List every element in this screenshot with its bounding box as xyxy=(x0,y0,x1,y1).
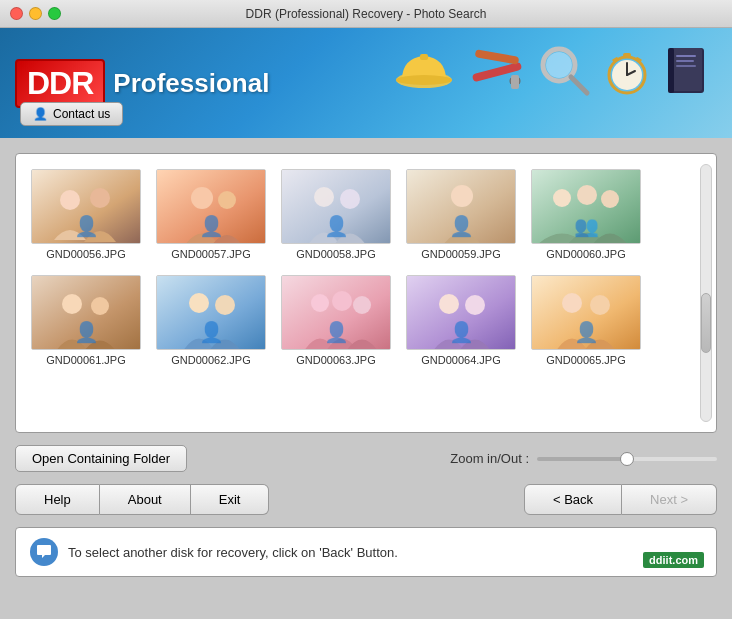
svg-rect-14 xyxy=(623,53,631,57)
zoom-label: Zoom in/Out : xyxy=(450,451,529,466)
svg-point-40 xyxy=(91,297,109,315)
photo-thumb-65[interactable] xyxy=(531,275,641,350)
minimize-button[interactable] xyxy=(29,7,42,20)
next-button[interactable]: Next > xyxy=(622,484,717,515)
svg-rect-4 xyxy=(475,49,520,65)
nav-button-group: < Back Next > xyxy=(524,484,717,515)
ddr-logo-text: DDR xyxy=(15,59,105,108)
svg-point-24 xyxy=(60,190,80,210)
photo-item-64[interactable]: GND00064.JPG xyxy=(406,275,516,366)
photo-label-63: GND00063.JPG xyxy=(296,354,375,366)
svg-rect-19 xyxy=(668,48,674,93)
svg-point-8 xyxy=(546,52,572,78)
svg-point-42 xyxy=(189,293,209,313)
svg-rect-26 xyxy=(157,170,266,244)
photo-row-2: GND00061.JPG GND00062.JPG xyxy=(31,275,701,366)
svg-point-46 xyxy=(332,291,352,311)
magnifier-icon xyxy=(537,43,592,98)
photo-thumb-60[interactable] xyxy=(531,169,641,244)
app-header: DDR Professional 👤 Contact us xyxy=(0,28,732,138)
photo-item-62[interactable]: GND00062.JPG xyxy=(156,275,266,366)
photo-thumb-61[interactable] xyxy=(31,275,141,350)
svg-point-36 xyxy=(577,185,597,205)
svg-rect-44 xyxy=(282,276,391,350)
window-title: DDR (Professional) Recovery - Photo Sear… xyxy=(246,7,487,21)
maximize-button[interactable] xyxy=(48,7,61,20)
zoom-slider[interactable] xyxy=(537,457,717,461)
photo-item-63[interactable]: GND00063.JPG xyxy=(281,275,391,366)
photo-label-60: GND00060.JPG xyxy=(546,248,625,260)
title-bar: DDR (Professional) Recovery - Photo Sear… xyxy=(0,0,732,28)
stopwatch-icon xyxy=(602,43,652,98)
photo-grid-area: GND00056.JPG GND00057.JPG xyxy=(15,153,717,433)
zoom-control: Zoom in/Out : xyxy=(450,451,717,466)
svg-point-39 xyxy=(62,294,82,314)
svg-point-30 xyxy=(314,187,334,207)
photo-item-61[interactable]: GND00061.JPG xyxy=(31,275,141,366)
photo-row-1: GND00056.JPG GND00057.JPG xyxy=(31,169,701,260)
svg-point-35 xyxy=(553,189,571,207)
hardhat-icon xyxy=(392,38,457,103)
photo-thumb-57[interactable] xyxy=(156,169,266,244)
zoom-row: Open Containing Folder Zoom in/Out : xyxy=(15,445,717,472)
svg-rect-23 xyxy=(32,170,141,244)
contact-icon: 👤 xyxy=(33,107,48,121)
photo-label-58: GND00058.JPG xyxy=(296,248,375,260)
header-icons xyxy=(392,38,712,103)
svg-point-49 xyxy=(439,294,459,314)
photo-item-56[interactable]: GND00056.JPG xyxy=(31,169,141,260)
scrollbar-thumb[interactable] xyxy=(701,293,711,353)
status-message: To select another disk for recovery, cli… xyxy=(68,545,398,560)
help-button[interactable]: Help xyxy=(15,484,100,515)
svg-point-25 xyxy=(90,188,110,208)
photo-item-65[interactable]: GND00065.JPG xyxy=(531,275,641,366)
svg-point-37 xyxy=(601,190,619,208)
exit-button[interactable]: Exit xyxy=(191,484,270,515)
photo-label-62: GND00062.JPG xyxy=(171,354,250,366)
svg-point-45 xyxy=(311,294,329,312)
photo-item-60[interactable]: GND00060.JPG xyxy=(531,169,641,260)
photo-item-57[interactable]: GND00057.JPG xyxy=(156,169,266,260)
tools-icon xyxy=(467,43,527,98)
close-button[interactable] xyxy=(10,7,23,20)
bottom-buttons-row: Help About Exit < Back Next > xyxy=(15,484,717,515)
photo-item-59[interactable]: GND00059.JPG xyxy=(406,169,516,260)
photo-thumb-58[interactable] xyxy=(281,169,391,244)
svg-rect-34 xyxy=(532,170,641,244)
left-button-group: Help About Exit xyxy=(15,484,269,515)
photo-grid: GND00056.JPG GND00057.JPG xyxy=(31,169,701,417)
photo-thumb-64[interactable] xyxy=(406,275,516,350)
book-icon xyxy=(662,43,712,98)
contact-button-label: Contact us xyxy=(53,107,110,121)
svg-rect-51 xyxy=(532,276,641,350)
open-folder-button[interactable]: Open Containing Folder xyxy=(15,445,187,472)
scrollbar[interactable] xyxy=(700,164,712,422)
svg-point-28 xyxy=(218,191,236,209)
contact-us-button[interactable]: 👤 Contact us xyxy=(20,102,123,126)
svg-rect-32 xyxy=(407,170,516,244)
svg-line-9 xyxy=(571,77,587,93)
photo-label-57: GND00057.JPG xyxy=(171,248,250,260)
professional-logo-text: Professional xyxy=(113,68,269,99)
photo-label-59: GND00059.JPG xyxy=(421,248,500,260)
traffic-lights xyxy=(10,7,61,20)
svg-rect-2 xyxy=(420,54,428,60)
svg-rect-29 xyxy=(282,170,391,244)
back-button[interactable]: < Back xyxy=(524,484,622,515)
svg-rect-22 xyxy=(676,65,696,67)
svg-point-27 xyxy=(191,187,213,209)
svg-point-47 xyxy=(353,296,371,314)
svg-point-50 xyxy=(465,295,485,315)
photo-thumb-56[interactable] xyxy=(31,169,141,244)
photo-thumb-59[interactable] xyxy=(406,169,516,244)
about-button[interactable]: About xyxy=(100,484,191,515)
photo-thumb-62[interactable] xyxy=(156,275,266,350)
svg-point-31 xyxy=(340,189,360,209)
photo-label-61: GND00061.JPG xyxy=(46,354,125,366)
photo-label-56: GND00056.JPG xyxy=(46,248,125,260)
svg-point-52 xyxy=(562,293,582,313)
svg-point-53 xyxy=(590,295,610,315)
photo-item-58[interactable]: GND00058.JPG xyxy=(281,169,391,260)
photo-thumb-63[interactable] xyxy=(281,275,391,350)
svg-point-1 xyxy=(396,75,452,85)
